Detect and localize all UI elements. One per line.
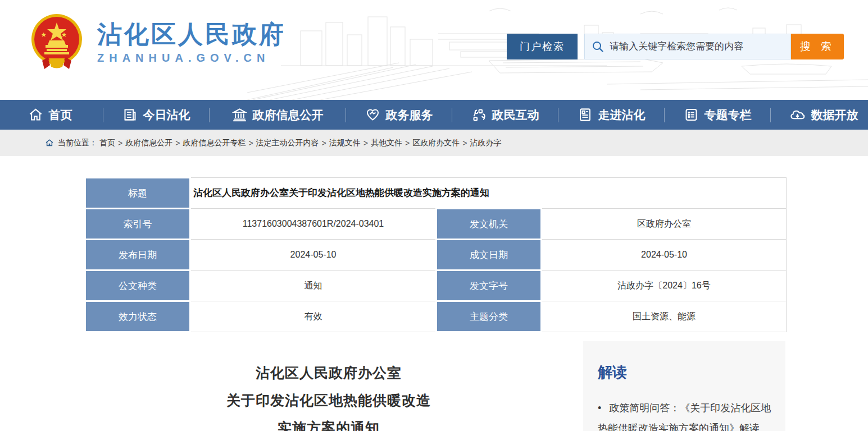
breadcrumb-separator: > [405, 139, 410, 148]
bank-icon [232, 107, 247, 122]
document-title-line-3: 实施方案的通知 [84, 414, 573, 431]
nav-divider [558, 108, 558, 122]
breadcrumb-home-icon [45, 139, 54, 147]
nav-divider [346, 108, 346, 122]
meta-label-issuing-agency: 发文机关 [437, 209, 542, 240]
meta-value-validity-status: 有效 [190, 301, 437, 332]
meta-label-title: 标题 [85, 178, 190, 209]
nav-divider [209, 108, 210, 122]
nav-item-gov-services[interactable]: 政务服务 [349, 107, 449, 123]
document-metadata-table: 标题 沾化区人民政府办公室关于印发沾化区地热能供暖改造实施方案的通知 索引号 1… [84, 177, 787, 333]
meta-value-publish-date: 2024-05-10 [190, 240, 437, 270]
meta-value-document-number: 沾政办字〔2024〕16号 [542, 270, 787, 301]
breadcrumb-item-gov-info[interactable]: 政府信息公开 [125, 138, 172, 148]
site-title: 沾化区人民政府 [97, 20, 286, 48]
main-content: 标题 沾化区人民政府办公室关于印发沾化区地热能供暖改造实施方案的通知 索引号 1… [0, 177, 868, 431]
nav-item-gov-info-disclosure[interactable]: 政府信息公开 [212, 107, 343, 123]
main-navigation: 首页 今日沾化 政府信息公开 政务服务 政民互动 [0, 100, 868, 130]
interpretation-link[interactable]: •政策简明问答：《关于印发沾化区地热能供暖改造实施方案的通知》解读 [598, 398, 773, 431]
meta-label-document-type: 公文种类 [85, 270, 190, 301]
portal-search-button[interactable]: 门户检索 [507, 34, 578, 59]
search-submit-button[interactable]: 搜 索 [791, 34, 844, 59]
site-domain: ZHANHUA.GOV.CN [97, 52, 286, 65]
document-icon [578, 107, 593, 122]
meta-value-issuing-agency: 区政府办公室 [542, 209, 787, 240]
newspaper-icon [122, 107, 138, 122]
chat-quotes-icon [471, 107, 487, 122]
meta-value-subject-category: 国土资源、能源 [542, 301, 787, 332]
meta-value-title: 沾化区人民政府办公室关于印发沾化区地热能供暖改造实施方案的通知 [190, 178, 787, 209]
nav-item-open-data[interactable]: 数据开放 [774, 107, 868, 123]
interpretation-panel: 解读 •政策简明问答：《关于印发沾化区地热能供暖改造实施方案的通知》解读 [583, 341, 785, 431]
bullet-icon: • [598, 402, 601, 414]
breadcrumb-item-other-files[interactable]: 其他文件 [371, 138, 402, 148]
search-icon [592, 40, 604, 53]
cloud-download-icon [789, 107, 806, 122]
bullet-list-icon [684, 107, 699, 122]
breadcrumb-separator: > [175, 139, 180, 148]
breadcrumb: 当前位置： 首页 > 政府信息公开 > 政府信息公开专栏 > 法定主动公开内容 … [0, 130, 868, 156]
table-row: 效力状态 有效 主题分类 国土资源、能源 [85, 301, 787, 332]
breadcrumb-item-district-office-files[interactable]: 区政府办文件 [412, 138, 460, 148]
breadcrumb-prefix: 当前位置： [58, 138, 97, 148]
meta-value-document-type: 通知 [190, 270, 437, 301]
interpretation-heading: 解读 [598, 363, 773, 382]
table-row: 公文种类 通知 发文字号 沾政办字〔2024〕16号 [85, 270, 787, 301]
document-title: 沾化区人民政府办公室 关于印发沾化区地热能供暖改造 实施方案的通知 [84, 341, 573, 431]
site-header: 沾化区人民政府 ZHANHUA.GOV.CN 门户检索 搜 索 [0, 0, 868, 100]
breadcrumb-separator: > [322, 139, 326, 148]
document-title-line-1: 沾化区人民政府办公室 [84, 359, 573, 387]
meta-value-written-date: 2024-05-10 [542, 240, 787, 270]
meta-label-validity-status: 效力状态 [85, 301, 190, 332]
table-row: 发布日期 2024-05-10 成文日期 2024-05-10 [85, 240, 787, 270]
meta-label-subject-category: 主题分类 [437, 301, 542, 332]
document-title-line-2: 关于印发沾化区地热能供暖改造 [84, 387, 573, 414]
nav-item-into-zhanhua[interactable]: 走进沾化 [561, 107, 661, 123]
nav-item-home[interactable]: 首页 [0, 107, 100, 123]
meta-label-index-number: 索引号 [85, 209, 190, 240]
breadcrumb-item-regulation-files[interactable]: 法规文件 [329, 138, 361, 148]
nav-item-special-columns[interactable]: 专题专栏 [667, 107, 767, 123]
heart-handshake-icon [365, 107, 380, 122]
nav-divider [770, 108, 771, 122]
meta-label-document-number: 发文字号 [437, 270, 542, 301]
search-input[interactable] [610, 41, 784, 52]
interpretation-link-text: 政策简明问答：《关于印发沾化区地热能供暖改造实施方案的通知》解读 [598, 402, 771, 431]
breadcrumb-separator: > [462, 139, 467, 148]
search-box [584, 34, 791, 59]
nav-item-today-zhanhua[interactable]: 今日沾化 [106, 107, 206, 123]
nav-item-public-interaction[interactable]: 政民互动 [455, 107, 555, 123]
table-row: 索引号 11371603004387601R/2024-03401 发文机关 区… [85, 209, 787, 240]
meta-value-index-number: 11371603004387601R/2024-03401 [190, 209, 437, 240]
meta-label-written-date: 成文日期 [437, 240, 542, 270]
breadcrumb-item-gov-info-column[interactable]: 政府信息公开专栏 [183, 138, 246, 148]
home-icon [28, 107, 43, 122]
meta-label-publish-date: 发布日期 [85, 240, 190, 270]
breadcrumb-item-statutory-disclosure[interactable]: 法定主动公开内容 [256, 138, 319, 148]
nav-divider [664, 108, 665, 122]
table-row: 标题 沾化区人民政府办公室关于印发沾化区地热能供暖改造实施方案的通知 [85, 178, 787, 209]
breadcrumb-separator: > [118, 139, 122, 148]
breadcrumb-item-zhanzhengbanzi[interactable]: 沾政办字 [470, 138, 501, 148]
nav-divider [452, 108, 452, 122]
breadcrumb-item-home[interactable]: 首页 [99, 138, 115, 148]
national-emblem-logo [31, 13, 83, 71]
breadcrumb-separator: > [363, 139, 368, 148]
nav-divider [103, 108, 103, 122]
breadcrumb-separator: > [248, 139, 253, 148]
